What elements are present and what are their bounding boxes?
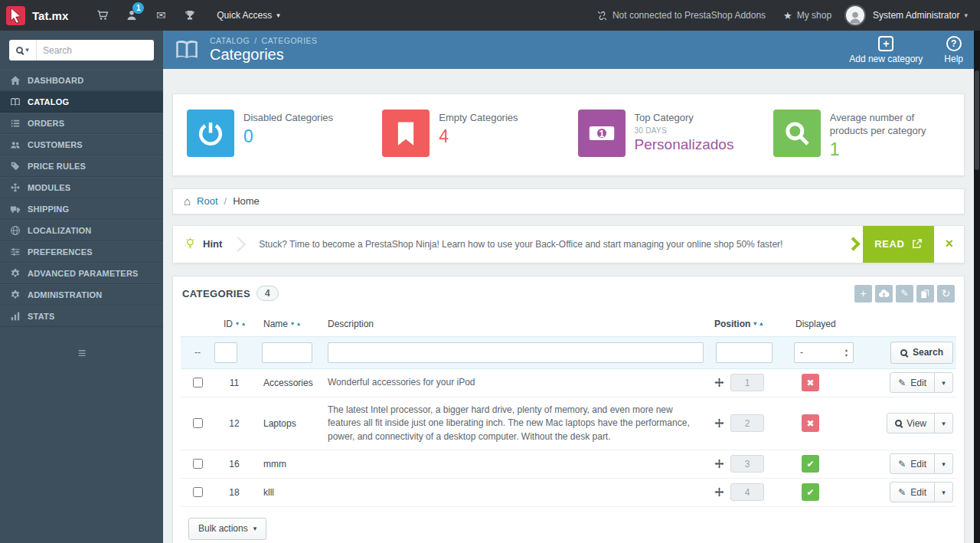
- filter-displayed-select[interactable]: - ▴▾: [794, 342, 854, 363]
- scrollbar-thumb[interactable]: [975, 70, 979, 170]
- table-row: 18 klll 4 ✔ ✎Edit ▾: [181, 479, 956, 507]
- search-input[interactable]: [37, 45, 154, 56]
- banknote-icon: 1: [578, 110, 626, 157]
- sidebar-item-orders[interactable]: ORDERS: [0, 113, 163, 134]
- sort-asc-icon[interactable]: ▴: [297, 321, 300, 327]
- filter-name-input[interactable]: [262, 342, 312, 363]
- kpi-value: 1: [830, 139, 950, 160]
- refresh-icon: ↻: [942, 287, 951, 299]
- sidebar-item-catalog[interactable]: CATALOG: [0, 91, 163, 113]
- row-checkbox[interactable]: [193, 378, 203, 388]
- displayed-toggle[interactable]: ✖: [802, 374, 819, 391]
- export-tool-button[interactable]: [875, 285, 893, 303]
- filter-description-input[interactable]: [328, 342, 704, 363]
- sidebar-item-shipping[interactable]: SHIPPING: [0, 198, 163, 220]
- search-button[interactable]: Search: [890, 342, 953, 364]
- sort-desc-icon[interactable]: ▾: [291, 321, 294, 327]
- cell-name: Laptops: [254, 418, 328, 429]
- sidebar-item-localization[interactable]: LOCALIZATION: [0, 220, 163, 241]
- edit-button[interactable]: ✎Edit: [890, 454, 934, 473]
- sidebar-item-stats[interactable]: STATS: [0, 306, 163, 327]
- row-action-dropdown[interactable]: ▾: [934, 454, 952, 473]
- cell-name: mmm: [254, 459, 328, 469]
- avatar[interactable]: [844, 5, 866, 26]
- user-menu[interactable]: System Administrator ▾: [873, 10, 968, 21]
- help-button[interactable]: ? Help: [944, 36, 963, 64]
- row-action-dropdown[interactable]: ▾: [934, 482, 952, 502]
- path-root-link[interactable]: Root: [197, 195, 217, 207]
- messages-button[interactable]: ✉: [146, 0, 175, 31]
- sidebar-item-advanced-parameters[interactable]: ADVANCED PARAMETERS: [0, 263, 163, 284]
- displayed-toggle[interactable]: ✖: [802, 414, 819, 432]
- sort-asc-icon[interactable]: ▴: [242, 321, 245, 327]
- refresh-tool-button[interactable]: ↻: [937, 285, 955, 303]
- edit-button[interactable]: ✎Edit: [890, 482, 934, 502]
- position-field[interactable]: 2: [730, 414, 764, 432]
- position-field[interactable]: 1: [730, 374, 764, 391]
- row-action-dropdown[interactable]: ▾: [934, 373, 952, 392]
- sidebar-item-administration[interactable]: ADMINISTRATION: [0, 284, 163, 306]
- sort-asc-icon[interactable]: ▴: [760, 321, 763, 327]
- sidebar-item-modules[interactable]: MODULES: [0, 177, 163, 198]
- achievements-button[interactable]: [175, 0, 204, 31]
- add-tool-button[interactable]: +: [854, 285, 872, 303]
- quick-access-menu[interactable]: Quick Access ▾: [217, 10, 280, 21]
- addons-status[interactable]: Not connected to PrestaShop Addons: [596, 10, 766, 21]
- displayed-toggle[interactable]: ✔: [802, 455, 819, 473]
- edit-tool-button[interactable]: ✎: [896, 285, 913, 303]
- close-icon[interactable]: ×: [934, 236, 964, 252]
- edit-button[interactable]: ✎Edit: [890, 373, 934, 392]
- row-action-dropdown[interactable]: ▾: [934, 414, 952, 433]
- column-header-name[interactable]: Name ▾▴: [254, 319, 328, 329]
- cell-id: 12: [214, 418, 254, 429]
- column-header-id[interactable]: ID ▾▴: [214, 319, 254, 329]
- row-action-button: ✎Edit ▾: [890, 482, 953, 502]
- move-handle-icon[interactable]: [714, 418, 724, 428]
- row-checkbox[interactable]: [193, 418, 203, 428]
- column-header-description: Description: [328, 319, 714, 329]
- sort-desc-icon[interactable]: ▾: [753, 321, 756, 327]
- search-icon: [16, 47, 23, 54]
- scrollbar[interactable]: [974, 0, 980, 543]
- my-shop-link[interactable]: ★ My shop: [783, 10, 831, 21]
- sidebar-item-customers[interactable]: CUSTOMERS: [0, 134, 163, 155]
- read-button[interactable]: READ: [848, 226, 934, 263]
- home-icon: ⌂: [184, 195, 191, 208]
- cart-button[interactable]: [88, 0, 117, 31]
- move-handle-icon[interactable]: [714, 459, 724, 469]
- sort-desc-icon[interactable]: ▾: [236, 321, 239, 327]
- gear-icon: [10, 268, 21, 279]
- column-header-position[interactable]: Position ▾▴: [714, 319, 788, 329]
- view-button[interactable]: View: [887, 414, 934, 433]
- position-field[interactable]: 4: [730, 483, 764, 501]
- move-handle-icon[interactable]: [714, 378, 724, 388]
- duplicate-tool-button[interactable]: [916, 285, 934, 303]
- avatar-person-icon: [848, 9, 863, 25]
- breadcrumb-current: CATEGORIES: [262, 36, 318, 45]
- sidebar-item-price-rules[interactable]: PRICE RULES: [0, 155, 163, 177]
- sidebar-item-dashboard[interactable]: DASHBOARD: [0, 70, 163, 91]
- position-field[interactable]: 3: [730, 455, 764, 473]
- row-checkbox[interactable]: [193, 487, 203, 497]
- filter-id-input[interactable]: [214, 342, 237, 363]
- row-checkbox[interactable]: [193, 459, 203, 469]
- plus-icon: +: [878, 36, 893, 51]
- search-scope-button[interactable]: ▾: [9, 40, 37, 61]
- breadcrumb-parent[interactable]: CATALOG: [210, 36, 250, 45]
- bulk-actions-button[interactable]: Bulk actions ▾: [188, 518, 266, 540]
- sidebar-item-preferences[interactable]: PREFERENCES: [0, 241, 163, 263]
- chevron-down-icon: ▾: [253, 525, 257, 532]
- collapse-menu-button[interactable]: ≡: [0, 345, 163, 361]
- list-icon: [10, 118, 21, 129]
- displayed-toggle[interactable]: ✔: [802, 483, 819, 501]
- shop-logo[interactable]: Tat.mx: [32, 9, 68, 22]
- svg-text:1: 1: [599, 129, 604, 139]
- kpi-value: 4: [439, 126, 518, 147]
- move-handle-icon[interactable]: [714, 487, 724, 497]
- filter-position-input[interactable]: [716, 342, 773, 363]
- customers-quick-button[interactable]: 1: [117, 0, 146, 31]
- add-new-category-button[interactable]: + Add new category: [849, 36, 923, 64]
- filter-row: -- - ▴▾: [181, 336, 956, 369]
- category-path-panel: ⌂ Root / Home: [172, 188, 965, 214]
- topbar-right: Not connected to PrestaShop Addons ★ My …: [596, 5, 980, 26]
